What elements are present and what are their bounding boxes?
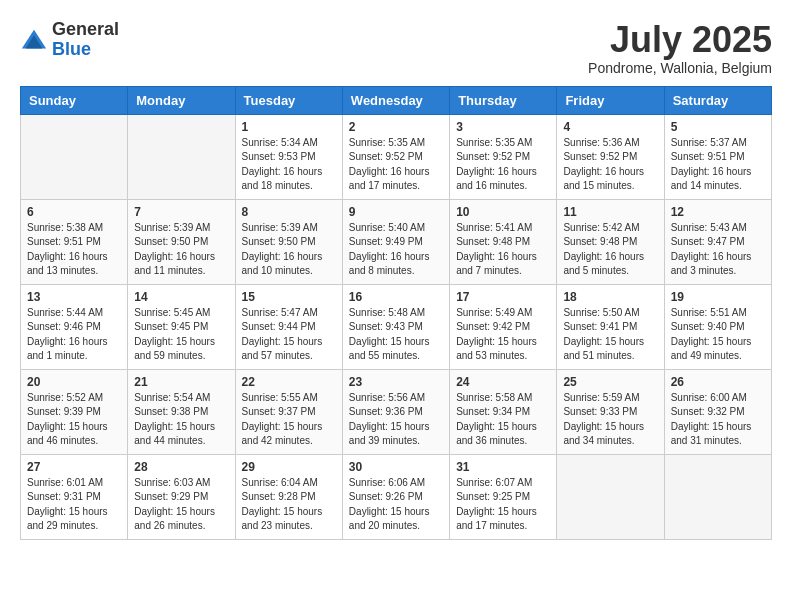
calendar-cell: 11Sunrise: 5:42 AM Sunset: 9:48 PM Dayli…: [557, 199, 664, 284]
day-number: 13: [27, 290, 121, 304]
calendar-cell: 8Sunrise: 5:39 AM Sunset: 9:50 PM Daylig…: [235, 199, 342, 284]
calendar-cell: 5Sunrise: 5:37 AM Sunset: 9:51 PM Daylig…: [664, 114, 771, 199]
calendar-cell: 9Sunrise: 5:40 AM Sunset: 9:49 PM Daylig…: [342, 199, 449, 284]
day-number: 15: [242, 290, 336, 304]
day-info: Sunrise: 5:35 AM Sunset: 9:52 PM Dayligh…: [456, 136, 550, 194]
day-info: Sunrise: 5:47 AM Sunset: 9:44 PM Dayligh…: [242, 306, 336, 364]
calendar-day-header: Thursday: [450, 86, 557, 114]
title-block: July 2025 Pondrome, Wallonia, Belgium: [588, 20, 772, 76]
calendar-cell: 22Sunrise: 5:55 AM Sunset: 9:37 PM Dayli…: [235, 369, 342, 454]
calendar-cell: [128, 114, 235, 199]
logo-text: General Blue: [52, 20, 119, 60]
calendar-cell: 6Sunrise: 5:38 AM Sunset: 9:51 PM Daylig…: [21, 199, 128, 284]
day-info: Sunrise: 5:50 AM Sunset: 9:41 PM Dayligh…: [563, 306, 657, 364]
day-info: Sunrise: 5:39 AM Sunset: 9:50 PM Dayligh…: [134, 221, 228, 279]
day-info: Sunrise: 5:44 AM Sunset: 9:46 PM Dayligh…: [27, 306, 121, 364]
calendar-cell: 17Sunrise: 5:49 AM Sunset: 9:42 PM Dayli…: [450, 284, 557, 369]
day-number: 21: [134, 375, 228, 389]
calendar-cell: 4Sunrise: 5:36 AM Sunset: 9:52 PM Daylig…: [557, 114, 664, 199]
day-info: Sunrise: 6:00 AM Sunset: 9:32 PM Dayligh…: [671, 391, 765, 449]
calendar-day-header: Monday: [128, 86, 235, 114]
day-number: 11: [563, 205, 657, 219]
day-number: 30: [349, 460, 443, 474]
location-label: Pondrome, Wallonia, Belgium: [588, 60, 772, 76]
calendar-week-row: 1Sunrise: 5:34 AM Sunset: 9:53 PM Daylig…: [21, 114, 772, 199]
calendar-week-row: 13Sunrise: 5:44 AM Sunset: 9:46 PM Dayli…: [21, 284, 772, 369]
day-number: 5: [671, 120, 765, 134]
calendar-cell: 21Sunrise: 5:54 AM Sunset: 9:38 PM Dayli…: [128, 369, 235, 454]
logo-blue-label: Blue: [52, 40, 119, 60]
calendar-cell: 25Sunrise: 5:59 AM Sunset: 9:33 PM Dayli…: [557, 369, 664, 454]
calendar-cell: 23Sunrise: 5:56 AM Sunset: 9:36 PM Dayli…: [342, 369, 449, 454]
day-info: Sunrise: 5:43 AM Sunset: 9:47 PM Dayligh…: [671, 221, 765, 279]
calendar-cell: 31Sunrise: 6:07 AM Sunset: 9:25 PM Dayli…: [450, 454, 557, 539]
day-info: Sunrise: 5:36 AM Sunset: 9:52 PM Dayligh…: [563, 136, 657, 194]
day-info: Sunrise: 5:55 AM Sunset: 9:37 PM Dayligh…: [242, 391, 336, 449]
calendar-day-header: Saturday: [664, 86, 771, 114]
calendar-cell: 16Sunrise: 5:48 AM Sunset: 9:43 PM Dayli…: [342, 284, 449, 369]
day-number: 20: [27, 375, 121, 389]
day-info: Sunrise: 5:41 AM Sunset: 9:48 PM Dayligh…: [456, 221, 550, 279]
calendar-week-row: 27Sunrise: 6:01 AM Sunset: 9:31 PM Dayli…: [21, 454, 772, 539]
day-number: 9: [349, 205, 443, 219]
calendar-header-row: SundayMondayTuesdayWednesdayThursdayFrid…: [21, 86, 772, 114]
calendar-cell: 30Sunrise: 6:06 AM Sunset: 9:26 PM Dayli…: [342, 454, 449, 539]
logo-general-label: General: [52, 20, 119, 40]
calendar-day-header: Wednesday: [342, 86, 449, 114]
day-info: Sunrise: 5:42 AM Sunset: 9:48 PM Dayligh…: [563, 221, 657, 279]
day-number: 25: [563, 375, 657, 389]
day-number: 28: [134, 460, 228, 474]
day-number: 22: [242, 375, 336, 389]
day-number: 23: [349, 375, 443, 389]
day-number: 17: [456, 290, 550, 304]
calendar-cell: 19Sunrise: 5:51 AM Sunset: 9:40 PM Dayli…: [664, 284, 771, 369]
day-number: 8: [242, 205, 336, 219]
calendar-cell: 13Sunrise: 5:44 AM Sunset: 9:46 PM Dayli…: [21, 284, 128, 369]
calendar-cell: 28Sunrise: 6:03 AM Sunset: 9:29 PM Dayli…: [128, 454, 235, 539]
day-info: Sunrise: 5:59 AM Sunset: 9:33 PM Dayligh…: [563, 391, 657, 449]
calendar-week-row: 6Sunrise: 5:38 AM Sunset: 9:51 PM Daylig…: [21, 199, 772, 284]
calendar-cell: 10Sunrise: 5:41 AM Sunset: 9:48 PM Dayli…: [450, 199, 557, 284]
day-info: Sunrise: 5:38 AM Sunset: 9:51 PM Dayligh…: [27, 221, 121, 279]
day-info: Sunrise: 5:49 AM Sunset: 9:42 PM Dayligh…: [456, 306, 550, 364]
day-info: Sunrise: 5:40 AM Sunset: 9:49 PM Dayligh…: [349, 221, 443, 279]
calendar-cell: 1Sunrise: 5:34 AM Sunset: 9:53 PM Daylig…: [235, 114, 342, 199]
day-info: Sunrise: 5:48 AM Sunset: 9:43 PM Dayligh…: [349, 306, 443, 364]
calendar-cell: [21, 114, 128, 199]
calendar-table: SundayMondayTuesdayWednesdayThursdayFrid…: [20, 86, 772, 540]
day-info: Sunrise: 6:07 AM Sunset: 9:25 PM Dayligh…: [456, 476, 550, 534]
logo: General Blue: [20, 20, 119, 60]
calendar-cell: 15Sunrise: 5:47 AM Sunset: 9:44 PM Dayli…: [235, 284, 342, 369]
calendar-cell: 29Sunrise: 6:04 AM Sunset: 9:28 PM Dayli…: [235, 454, 342, 539]
day-number: 18: [563, 290, 657, 304]
calendar-cell: 24Sunrise: 5:58 AM Sunset: 9:34 PM Dayli…: [450, 369, 557, 454]
day-info: Sunrise: 5:58 AM Sunset: 9:34 PM Dayligh…: [456, 391, 550, 449]
calendar-cell: 20Sunrise: 5:52 AM Sunset: 9:39 PM Dayli…: [21, 369, 128, 454]
day-info: Sunrise: 6:03 AM Sunset: 9:29 PM Dayligh…: [134, 476, 228, 534]
day-number: 31: [456, 460, 550, 474]
calendar-day-header: Friday: [557, 86, 664, 114]
calendar-day-header: Tuesday: [235, 86, 342, 114]
day-info: Sunrise: 5:34 AM Sunset: 9:53 PM Dayligh…: [242, 136, 336, 194]
calendar-cell: 14Sunrise: 5:45 AM Sunset: 9:45 PM Dayli…: [128, 284, 235, 369]
day-number: 27: [27, 460, 121, 474]
day-info: Sunrise: 6:01 AM Sunset: 9:31 PM Dayligh…: [27, 476, 121, 534]
calendar-cell: 7Sunrise: 5:39 AM Sunset: 9:50 PM Daylig…: [128, 199, 235, 284]
calendar-cell: 12Sunrise: 5:43 AM Sunset: 9:47 PM Dayli…: [664, 199, 771, 284]
day-info: Sunrise: 6:06 AM Sunset: 9:26 PM Dayligh…: [349, 476, 443, 534]
day-info: Sunrise: 5:39 AM Sunset: 9:50 PM Dayligh…: [242, 221, 336, 279]
day-info: Sunrise: 6:04 AM Sunset: 9:28 PM Dayligh…: [242, 476, 336, 534]
day-info: Sunrise: 5:35 AM Sunset: 9:52 PM Dayligh…: [349, 136, 443, 194]
day-number: 12: [671, 205, 765, 219]
day-info: Sunrise: 5:52 AM Sunset: 9:39 PM Dayligh…: [27, 391, 121, 449]
calendar-cell: 18Sunrise: 5:50 AM Sunset: 9:41 PM Dayli…: [557, 284, 664, 369]
calendar-cell: 3Sunrise: 5:35 AM Sunset: 9:52 PM Daylig…: [450, 114, 557, 199]
calendar-cell: [664, 454, 771, 539]
day-number: 29: [242, 460, 336, 474]
calendar-cell: 2Sunrise: 5:35 AM Sunset: 9:52 PM Daylig…: [342, 114, 449, 199]
day-number: 4: [563, 120, 657, 134]
calendar-cell: [557, 454, 664, 539]
month-title: July 2025: [588, 20, 772, 60]
day-info: Sunrise: 5:54 AM Sunset: 9:38 PM Dayligh…: [134, 391, 228, 449]
calendar-cell: 26Sunrise: 6:00 AM Sunset: 9:32 PM Dayli…: [664, 369, 771, 454]
